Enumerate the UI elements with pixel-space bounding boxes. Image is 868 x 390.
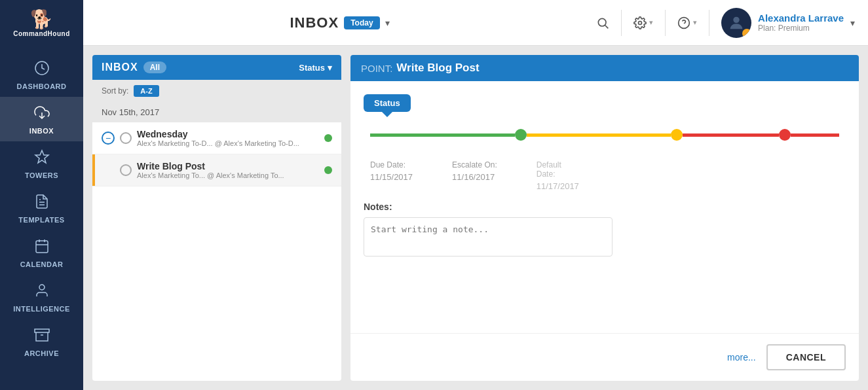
item-minus-icon[interactable]: − [102, 132, 115, 145]
sidebar-label-dashboard: DASHBOARD [17, 82, 67, 90]
search-button[interactable] [596, 16, 609, 29]
default-date-value: 11/17/2017 [537, 181, 579, 191]
status-bubble[interactable]: Status [364, 94, 411, 112]
svg-point-15 [39, 285, 45, 290]
escalate-date-label: Escalate On: [452, 160, 497, 169]
today-badge[interactable]: Today [344, 16, 379, 29]
status-filter-button[interactable]: Status ▾ [299, 63, 332, 73]
cancel-button[interactable]: CANCEL [766, 344, 846, 370]
item-status-dot-wednesday [324, 134, 332, 142]
due-date-col: Due Date: 11/15/2017 [370, 160, 413, 191]
sidebar-label-calendar: CALENDAR [20, 260, 64, 268]
svg-rect-16 [35, 329, 49, 332]
status-chevron-icon: ▾ [328, 63, 332, 73]
svg-point-0 [598, 18, 606, 26]
user-menu[interactable]: Alexandra Larrave Plan: Premium ▾ [721, 8, 855, 38]
due-date-label: Due Date: [370, 160, 413, 169]
item-title-wednesday: Wednesday [137, 129, 319, 139]
due-date-value: 11/15/2017 [370, 172, 413, 182]
content-area: INBOX All Status ▾ Sort by: A-Z Nov 15th… [83, 46, 868, 390]
inbox-item-write-blog-post[interactable]: Write Blog Post Alex's Marketing To... @… [92, 154, 341, 186]
sidebar-label-towers: TOWERS [25, 171, 58, 179]
sidebar-item-archive[interactable]: ARCHIVE [0, 319, 83, 364]
calendar-icon [34, 238, 50, 258]
tracker-bar-green [370, 133, 515, 137]
tracker-bar-red-end [791, 133, 839, 137]
detail-title: Write Blog Post [396, 62, 479, 75]
detail-body: Status Due Date: 11/15/2 [350, 81, 859, 333]
item-info-wednesday: Wednesday Alex's Marketing To-D... @ Ale… [137, 129, 319, 147]
sidebar-label-archive: ARCHIVE [24, 349, 59, 357]
more-link[interactable]: more... [727, 352, 756, 363]
escalate-date-col: Escalate On: 11/16/2017 [452, 160, 497, 191]
tracker-bar-red [683, 133, 779, 137]
avatar [721, 8, 751, 38]
header-right: ▾ ▾ Alexandra Larrave Plan: Premium ▾ [596, 8, 868, 38]
sidebar: DASHBOARD INBOX TOWERS TEMPLATES CALENDA… [0, 46, 83, 390]
notes-label: Notes: [364, 202, 846, 212]
dashboard-icon [34, 60, 50, 80]
svg-point-5 [733, 16, 739, 22]
sidebar-label-inbox: INBOX [29, 127, 54, 135]
svg-line-1 [605, 25, 609, 28]
svg-marker-8 [35, 151, 48, 163]
sidebar-item-calendar[interactable]: CALENDAR [0, 230, 83, 275]
settings-chevron: ▾ [649, 18, 653, 27]
inbox-panel: INBOX All Status ▾ Sort by: A-Z Nov 15th… [92, 55, 341, 381]
inbox-dropdown-icon[interactable]: ▾ [385, 18, 390, 28]
sidebar-item-intelligence[interactable]: INTELLIGENCE [0, 275, 83, 319]
app-header: 🐕 CommandHound INBOX Today ▾ ▾ ▾ Alexand… [0, 0, 868, 46]
help-chevron: ▾ [693, 18, 697, 27]
tracker-bar-yellow [527, 133, 671, 137]
detail-header: POINT: Write Blog Post [350, 55, 859, 81]
inbox-list: Nov 15th, 2017 − Wednesday Alex's Market… [92, 102, 341, 381]
sidebar-label-intelligence: INTELLIGENCE [13, 305, 70, 313]
user-info: Alexandra Larrave Plan: Premium [758, 12, 844, 33]
inbox-panel-title: INBOX [102, 62, 138, 73]
inbox-item-wednesday[interactable]: − Wednesday Alex's Marketing To-D... @ A… [92, 122, 341, 154]
header-center: INBOX Today ▾ [83, 14, 596, 31]
item-orange-border [92, 154, 95, 186]
tracker-dot-red[interactable] [779, 129, 791, 141]
logo-icon: 🐕 [30, 9, 53, 30]
detail-actions: more... CANCEL [350, 333, 859, 381]
user-name: Alexandra Larrave [758, 12, 844, 24]
sort-az-button[interactable]: A-Z [134, 85, 159, 97]
status-tracker: Status [364, 94, 846, 141]
header-divider-3 [709, 10, 709, 36]
sidebar-item-dashboard[interactable]: DASHBOARD [0, 52, 83, 97]
main-layout: DASHBOARD INBOX TOWERS TEMPLATES CALENDA… [0, 46, 868, 390]
item-radio-write-blog[interactable] [120, 164, 132, 176]
templates-icon [34, 194, 50, 213]
detail-panel: POINT: Write Blog Post Status [350, 55, 859, 381]
item-info-write-blog: Write Blog Post Alex's Marketing To... @… [137, 161, 319, 179]
help-button[interactable]: ▾ [677, 16, 697, 29]
user-plan: Plan: Premium [758, 24, 844, 33]
settings-button[interactable]: ▾ [633, 16, 653, 29]
date-group-header: Nov 15th, 2017 [92, 102, 341, 122]
inbox-all-badge[interactable]: All [143, 62, 166, 73]
tracker-dot-green[interactable] [515, 129, 527, 141]
item-radio-wednesday[interactable] [120, 132, 132, 144]
archive-icon [34, 327, 50, 347]
date-info: Due Date: 11/15/2017 Escalate On: 11/16/… [370, 160, 839, 191]
item-status-dot-write-blog [324, 166, 332, 174]
header-divider-2 [665, 10, 666, 36]
header-divider-1 [621, 10, 622, 36]
avatar-badge [742, 29, 751, 38]
default-date-label: DefaultDate: [537, 160, 579, 179]
notes-input[interactable] [364, 217, 613, 257]
inbox-panel-header: INBOX All Status ▾ [92, 55, 341, 80]
svg-point-2 [639, 21, 642, 24]
sidebar-item-towers[interactable]: TOWERS [0, 141, 83, 186]
item-sub-write-blog: Alex's Marketing To... @ Alex's Marketin… [137, 171, 319, 179]
default-date-col: DefaultDate: 11/17/2017 [537, 160, 579, 191]
point-label: POINT: [361, 63, 392, 74]
inbox-icon [34, 105, 50, 124]
sidebar-item-templates[interactable]: TEMPLATES [0, 186, 83, 230]
tracker-dot-yellow[interactable] [671, 129, 683, 141]
intelligence-icon [34, 283, 50, 302]
sort-label: Sort by: [102, 86, 128, 96]
sidebar-item-inbox[interactable]: INBOX [0, 97, 83, 141]
notes-section: Notes: [364, 202, 846, 259]
